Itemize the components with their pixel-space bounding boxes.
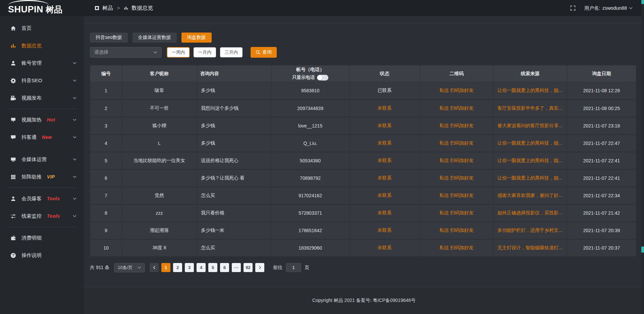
qr-friend-link[interactable]: 私信 扫码加好友	[439, 88, 474, 93]
next-page-button[interactable]	[255, 263, 264, 272]
status-badge: 未联系	[378, 140, 392, 146]
sidebar-item-douketong[interactable]: 抖客通 New	[0, 128, 84, 146]
qr-friend-link[interactable]: 私信 扫码加好友	[439, 140, 474, 146]
status-badge: 未联系	[378, 210, 392, 215]
scrollbar-thumb[interactable]	[641, 0, 644, 4]
sidebar-item-label: 首页	[21, 25, 32, 32]
cell-id: 2	[90, 100, 122, 117]
qr-friend-link[interactable]: 私信 扫码加好友	[439, 123, 474, 128]
cell-qrcode: 私信 扫码加好友	[420, 187, 493, 204]
page-button-5[interactable]: 5	[208, 263, 217, 272]
sidebar-item-douyin-seo[interactable]: 抖音SEO	[0, 72, 84, 89]
user-menu[interactable]: 用户名: zswodun88	[584, 5, 633, 11]
range-button-quarter[interactable]: 三月内	[220, 47, 243, 57]
col-header-lead-source: 线索来源	[493, 65, 567, 82]
page-ellipsis-button[interactable]: ···	[232, 263, 241, 272]
lead-source-link[interactable]: 无主灯设计，智能磁吸轨道灯...	[497, 245, 563, 251]
sidebar-item-video-publish[interactable]: 视频发布	[0, 89, 84, 107]
lead-source-link[interactable]: 感谢大家喜欢我家，被问了好...	[497, 193, 563, 199]
tab-omnimedia-data[interactable]: 全媒体运营数据	[132, 33, 177, 43]
page-button-6[interactable]: 6	[220, 263, 229, 272]
breadcrumb-root[interactable]: 树品	[102, 5, 113, 12]
query-button[interactable]: 查询	[251, 47, 277, 58]
scrollbar-thumb[interactable]	[641, 247, 644, 253]
cell-lead-source: 让你一眼就爱上的黑科技，能...	[493, 82, 567, 100]
header-separator	[84, 16, 644, 23]
sidebar-item-instructions[interactable]: ? 操作说明	[0, 247, 84, 264]
cell-inquiry-date: 2021-11-07 20:37	[567, 239, 636, 257]
chevron-down-icon	[73, 79, 76, 82]
cell-lead-source: 多功能护栏灯，适用于乡村文...	[493, 222, 567, 239]
tab-douyin-seo-data[interactable]: 抖音seo数据	[90, 33, 128, 43]
page-button-92[interactable]: 92	[244, 263, 253, 272]
sidebar-item-data-overview[interactable]: 数据总览	[0, 37, 84, 54]
table-row: 6 多少钱？让我死心 看 70898792 未联系 私信 扫码加好友 让你一眼就…	[90, 169, 636, 187]
col-header-status: 状态	[350, 65, 420, 82]
lead-source-link[interactable]: 让你一眼就爱上的黑科技，能...	[497, 158, 563, 164]
page-button-4[interactable]: 4	[197, 263, 206, 272]
scrollbar-track[interactable]	[641, 0, 644, 314]
cell-inquiry-date: 2021-11-07 22:34	[567, 187, 636, 204]
prev-page-button[interactable]	[150, 263, 159, 272]
cell-account: 183929060	[271, 239, 350, 257]
sidebar-item-video-heating[interactable]: 视频加热 Hot	[0, 111, 84, 128]
new-badge: New	[42, 135, 52, 140]
sidebar-item-spending-details[interactable]: 消费明细	[0, 229, 84, 247]
pagination: 共 911 条 10条/页 1 2 3 4 5 6 ··· 92 前往 页	[90, 263, 635, 272]
sidebar-item-label: 消费明细	[21, 235, 42, 241]
range-button-month[interactable]: 一月内	[194, 47, 216, 57]
sidebar-item-omnimedia[interactable]: 全媒体运营	[0, 151, 84, 168]
copyright-text: Copyright 树品 2021 备案号: 粤ICP备09019646号	[312, 298, 416, 304]
qr-friend-link[interactable]: 私信 扫码加好友	[439, 245, 474, 250]
col-header-qrcode: 二维码	[420, 65, 493, 82]
qr-friend-link[interactable]: 私信 扫码加好友	[439, 227, 474, 233]
phone-only-toggle[interactable]	[317, 75, 328, 81]
cell-inquiry-date: 2021-11-07 22:41	[567, 169, 636, 187]
qr-friend-link[interactable]: 私信 扫码加好友	[439, 193, 474, 198]
cell-inquiry-date: 2021-11-07 22:41	[567, 152, 636, 169]
chevron-down-icon	[73, 175, 76, 178]
filter-bar: 请选择 一周内 一月内 三月内 查询	[90, 47, 635, 58]
page-button-3[interactable]: 3	[185, 263, 194, 272]
bar-chart-icon	[10, 43, 16, 49]
breadcrumb-separator: >	[117, 5, 120, 11]
lead-source-link[interactable]: 让你一眼就爱上的黑科技，能...	[497, 88, 563, 94]
qr-friend-link[interactable]: 私信 扫码加好友	[439, 105, 474, 111]
sidebar-item-member-marketing[interactable]: 会员爆客 Tools	[0, 190, 84, 207]
qr-friend-link[interactable]: 私信 扫码加好友	[439, 175, 474, 180]
lead-source-link[interactable]: 多功能护栏灯，适用于乡村文...	[497, 227, 563, 233]
sidebar-item-label: 线索监控	[21, 213, 42, 219]
vip-badge: VIP	[47, 174, 55, 179]
qr-friend-link[interactable]: 私信 扫码加好友	[439, 158, 474, 163]
fullscreen-icon[interactable]	[570, 5, 576, 11]
cell-lead-source: 无主灯设计，智能磁吸轨道灯...	[493, 239, 567, 257]
logo-text-cn: 树品	[46, 4, 62, 15]
cell-inquiry-date: 2021-11-08 00:25	[567, 100, 636, 117]
goto-page-input[interactable]	[286, 263, 301, 272]
tab-inquiry-data[interactable]: 询盘数据	[181, 33, 212, 43]
page-button-1[interactable]: 1	[161, 263, 170, 272]
logo-arc	[8, 0, 49, 5]
sidebar-item-home[interactable]: 首页	[0, 19, 84, 37]
chevron-down-icon	[73, 62, 76, 64]
lead-source-link[interactable]: 让你一眼就爱上的黑科技，能...	[497, 140, 563, 146]
page-size-select[interactable]: 10条/页	[114, 263, 145, 272]
qr-friend-link[interactable]: 私信 扫码加好友	[439, 210, 474, 215]
breadcrumb: 树品 > 数据总览	[84, 5, 153, 12]
range-button-week[interactable]: 一周内	[167, 47, 190, 57]
lead-source-link[interactable]: 让你一眼就爱上的黑科技，能...	[497, 175, 563, 181]
sidebar-item-matrix-boost[interactable]: 矩阵助推 VIP	[0, 168, 84, 186]
account-select[interactable]: 请选择	[90, 47, 162, 58]
lead-source-link[interactable]: 如何正确选择投影仪，买投影...	[497, 210, 563, 216]
sidebar-item-label: 数据总览	[21, 43, 42, 49]
cell-status: 未联系	[350, 222, 420, 239]
page-button-2[interactable]: 2	[173, 263, 182, 272]
lead-source-link[interactable]: 客厅安装投影半年多了，真实...	[497, 105, 563, 111]
grid-icon	[10, 174, 16, 180]
sidebar-item-label: 会员爆客	[21, 196, 42, 202]
lead-source-link[interactable]: 被大家追着问的客厅投影分享...	[497, 123, 563, 129]
sidebar-item-lead-monitoring[interactable]: 线索监控 Tools	[0, 207, 84, 225]
sidebar-item-account-management[interactable]: 账号管理	[0, 54, 84, 72]
cell-content: 多少钱	[197, 82, 271, 100]
cell-content: 多少钱？让我死心 看	[197, 169, 271, 187]
